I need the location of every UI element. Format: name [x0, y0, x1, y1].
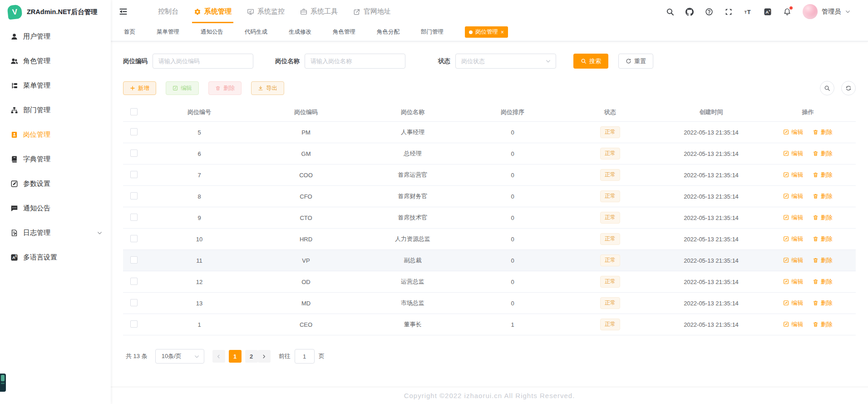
- toggle-search-button[interactable]: [820, 81, 834, 95]
- row-edit-button[interactable]: 编辑: [783, 171, 803, 179]
- edit-button-disabled[interactable]: 编辑: [166, 81, 199, 95]
- row-checkbox[interactable]: [130, 278, 138, 285]
- row-checkbox[interactable]: [130, 150, 138, 157]
- sidebar-item[interactable]: 日志管理: [0, 220, 111, 245]
- table-row[interactable]: 9 CTO 首席技术官 0 正常 2022-05-13 21:35:14 编辑: [123, 207, 856, 229]
- nav-item[interactable]: 系统监控: [239, 0, 292, 23]
- table-row[interactable]: 8 CFO 首席财务官 0 正常 2022-05-13 21:35:14 编辑: [123, 186, 856, 207]
- row-checkbox[interactable]: [130, 128, 138, 135]
- row-checkbox[interactable]: [130, 192, 138, 200]
- status-select-placeholder: 岗位状态: [461, 57, 485, 65]
- close-icon[interactable]: ×: [501, 30, 504, 35]
- reset-button[interactable]: 重置: [618, 54, 653, 69]
- row-edit-button[interactable]: 编辑: [783, 150, 803, 158]
- select-all-checkbox[interactable]: [130, 108, 138, 115]
- page-tab[interactable]: 通知公告: [201, 28, 223, 36]
- page-tab[interactable]: 角色分配: [377, 28, 399, 36]
- nav-item[interactable]: 控制台: [140, 0, 186, 23]
- row-delete-button[interactable]: 删除: [813, 150, 833, 158]
- user-icon: [10, 33, 18, 40]
- sidebar-item[interactable]: 岗位管理: [0, 122, 111, 147]
- row-edit-button[interactable]: 编辑: [783, 214, 803, 222]
- next-page-button[interactable]: [258, 350, 271, 363]
- row-edit-button[interactable]: 编辑: [783, 192, 803, 200]
- font-size-icon[interactable]: TT: [744, 8, 752, 16]
- fullscreen-icon[interactable]: [725, 8, 733, 16]
- row-edit-button[interactable]: 编辑: [783, 128, 803, 136]
- bell-icon[interactable]: [783, 8, 791, 16]
- page-number-button[interactable]: 2: [245, 350, 258, 363]
- table-row[interactable]: 6 GM 总经理 0 正常 2022-05-13 21:35:14 编辑: [123, 143, 856, 165]
- page-tab[interactable]: 首页: [124, 28, 135, 36]
- row-delete-button[interactable]: 删除: [813, 214, 833, 222]
- row-delete-button[interactable]: 删除: [813, 192, 833, 200]
- sidebar-item[interactable]: 用户管理: [0, 24, 111, 49]
- language-icon[interactable]: Ax: [764, 8, 772, 16]
- table-row[interactable]: 7 COO 首席运营官 0 正常 2022-05-13 21:35:14 编辑: [123, 165, 856, 186]
- page-tab[interactable]: 生成修改: [289, 28, 311, 36]
- post-name-input[interactable]: [305, 54, 405, 69]
- page-tab[interactable]: 代码生成: [245, 28, 267, 36]
- export-button[interactable]: 导出: [251, 81, 284, 95]
- prev-page-button[interactable]: [212, 350, 225, 363]
- row-checkbox[interactable]: [130, 299, 138, 306]
- table-row[interactable]: 12 OD 运营总监 0 正常 2022-05-13 21:35:14 编辑: [123, 271, 856, 293]
- search-icon[interactable]: [666, 8, 674, 16]
- row-delete-button[interactable]: 删除: [813, 256, 833, 264]
- row-delete-button[interactable]: 删除: [813, 278, 833, 286]
- page-tab[interactable]: 岗位管理 ×: [465, 26, 508, 38]
- help-icon[interactable]: [705, 8, 713, 16]
- sidebar-item[interactable]: 菜单管理: [0, 73, 111, 98]
- row-edit-button[interactable]: 编辑: [783, 235, 803, 243]
- page-tab[interactable]: 角色管理: [333, 28, 355, 36]
- page-tab[interactable]: 部门管理: [421, 28, 444, 36]
- row-edit-button[interactable]: 编辑: [783, 320, 803, 329]
- delete-button-disabled[interactable]: 删除: [208, 81, 242, 95]
- cell-created-time: 2022-05-13 21:35:14: [662, 122, 760, 143]
- refresh-table-button[interactable]: [841, 81, 856, 95]
- search-button[interactable]: 搜索: [573, 54, 608, 69]
- sidebar-item[interactable]: A文 多语言设置: [0, 245, 111, 269]
- row-edit-button[interactable]: 编辑: [783, 256, 803, 264]
- row-edit-button[interactable]: 编辑: [783, 299, 803, 307]
- github-icon[interactable]: [686, 8, 694, 16]
- row-checkbox[interactable]: [130, 171, 138, 178]
- row-checkbox[interactable]: [130, 235, 138, 242]
- table-row[interactable]: 5 PM 人事经理 0 正常 2022-05-13 21:35:14 编辑: [123, 122, 856, 143]
- table-row[interactable]: 11 VP 副总裁 0 正常 2022-05-13 21:35:14 编辑: [123, 250, 856, 271]
- sidebar-item[interactable]: 参数设置: [0, 171, 111, 196]
- table-row[interactable]: 1 CEO 董事长 1 正常 2022-05-13 21:35:14 编辑: [123, 314, 856, 335]
- nav-item[interactable]: 官网地址: [345, 0, 399, 23]
- status-select[interactable]: 岗位状态: [455, 54, 556, 69]
- sidebar-item[interactable]: 通知公告: [0, 196, 111, 220]
- post-code-input[interactable]: [153, 54, 253, 69]
- row-delete-button[interactable]: 删除: [813, 235, 833, 243]
- row-checkbox[interactable]: [130, 320, 138, 328]
- table-row[interactable]: 10 HRD 人力资源总监 0 正常 2022-05-13 21:35:14 编…: [123, 229, 856, 250]
- page-size-select[interactable]: 10条/页: [155, 349, 204, 364]
- sidebar-item[interactable]: 角色管理: [0, 49, 111, 73]
- nav-item[interactable]: 系统工具: [292, 0, 345, 23]
- row-checkbox[interactable]: [130, 214, 138, 221]
- goto-page-input[interactable]: [295, 349, 315, 364]
- app-logo[interactable]: V ZRAdmin.NET后台管理: [0, 0, 111, 24]
- add-button[interactable]: 新增: [123, 81, 156, 95]
- page-tab[interactable]: 菜单管理: [157, 28, 179, 36]
- row-delete-button[interactable]: 删除: [813, 171, 833, 179]
- collapse-sidebar-icon[interactable]: [118, 7, 128, 16]
- sidebar-item[interactable]: 部门管理: [0, 98, 111, 122]
- sidebar-item[interactable]: 字典管理: [0, 147, 111, 171]
- user-menu[interactable]: 管理员: [803, 4, 851, 19]
- row-delete-button[interactable]: 删除: [813, 299, 833, 307]
- page-number-button[interactable]: 1: [229, 350, 242, 363]
- row-delete-button[interactable]: 删除: [813, 128, 833, 136]
- nav-item[interactable]: 系统管理: [186, 0, 239, 23]
- nav-item-label: 系统管理: [204, 7, 232, 16]
- row-checkbox[interactable]: [130, 256, 138, 264]
- row-delete-button[interactable]: 删除: [813, 320, 833, 329]
- corner-widget[interactable]: [0, 374, 6, 392]
- svg-text:T: T: [747, 8, 751, 15]
- table-row[interactable]: 13 MD 市场总监 0 正常 2022-05-13 21:35:14 编辑: [123, 293, 856, 314]
- row-edit-button[interactable]: 编辑: [783, 278, 803, 286]
- sidebar-item-label: 字典管理: [23, 155, 50, 164]
